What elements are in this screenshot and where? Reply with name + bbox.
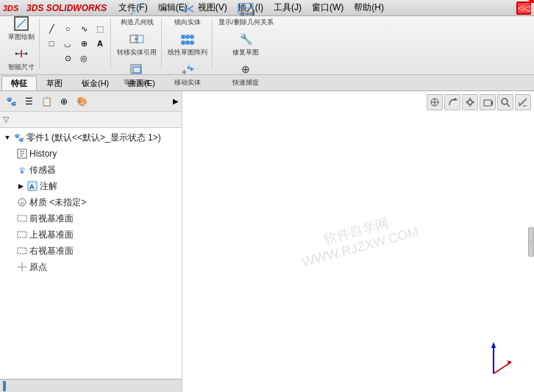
svg-point-17 — [181, 40, 185, 45]
panel-property-icon[interactable]: ☰ — [21, 93, 37, 110]
polygon-tool-button[interactable]: □ — [44, 37, 59, 50]
construction-line-button[interactable]: 构造几何线 — [119, 0, 155, 29]
spline-tool-button[interactable]: ∿ — [76, 22, 91, 35]
slot-tool-button[interactable]: ⊙ — [60, 51, 75, 65]
solidworks-logo-icon: 3DS — [3, 2, 24, 14]
canvas-area[interactable]: ⋮ — [182, 91, 534, 392]
toolbar-group-features: 构造几何线 转移实体引用 等距实体 — [113, 18, 162, 69]
pin-button[interactable]: ◁ — [516, 1, 531, 15]
axis-svg — [483, 341, 512, 377]
tree-history-icon — [16, 148, 28, 160]
quick-snap-icon: ⊕ — [237, 60, 254, 78]
convert-entities-button[interactable]: 转移实体引用 — [115, 29, 158, 59]
arc-tool-button[interactable]: ◡ — [60, 37, 75, 50]
svg-point-15 — [185, 35, 190, 39]
offset-icon-svg — [129, 61, 145, 77]
sketch-draw-button[interactable]: 草图绘制 — [7, 13, 36, 43]
quick-snap-button[interactable]: ⊕ 快速捕捉 — [231, 59, 260, 89]
svg-marker-4 — [15, 52, 18, 55]
panel-dimbag-icon[interactable]: ⊕ — [56, 93, 72, 110]
svg-point-49 — [502, 99, 508, 104]
circle-tool-button[interactable]: ○ — [60, 22, 75, 35]
tree-annotation-label: 注解 — [40, 180, 57, 193]
app-name: 3DS SOLIDWORKS — [26, 3, 107, 13]
linear-pattern-button[interactable]: 线性草图阵列 — [166, 29, 209, 59]
view-orientation-button[interactable] — [427, 94, 443, 110]
move-icon-svg: ✛ — [179, 61, 196, 77]
tree-front-plane-item[interactable]: 前视基准面 — [0, 210, 182, 227]
text-tool-button[interactable]: A — [93, 37, 107, 50]
panel-expand-button[interactable]: ▶ — [173, 97, 179, 105]
smart-dimension-button[interactable]: 智能尺寸 — [7, 43, 36, 74]
svg-rect-11 — [131, 65, 141, 74]
ellipse-tool-button[interactable]: ◎ — [76, 51, 91, 65]
tree-root-arrow[interactable]: ▼ — [3, 133, 12, 142]
tree-origin-item[interactable]: 原点 — [0, 259, 182, 275]
tree-history-item[interactable]: History — [0, 146, 182, 162]
move-entities-button[interactable]: ✛ 移动实体 — [173, 59, 202, 89]
menu-item-help[interactable]: 帮助(H) — [349, 1, 388, 15]
tree-top-plane-icon — [16, 229, 28, 240]
tree-history-label: History — [29, 149, 57, 159]
annotation-icon-svg: A — [27, 181, 38, 191]
tree-annotation-arrow[interactable]: ▶ — [16, 182, 25, 190]
tree-origin-icon — [16, 261, 28, 273]
camera-icon — [483, 97, 493, 107]
svg-rect-12 — [133, 67, 140, 73]
tab-strip: 特征 草图 钣金(H) 曲面(E) — [0, 75, 534, 91]
offset-entities-icon — [128, 60, 146, 78]
view-zoom-button[interactable] — [497, 94, 513, 110]
tree-sensor-item[interactable]: 传感器 — [0, 162, 182, 178]
mirror-entities-icon — [179, 0, 196, 18]
sketch-draw-icon — [13, 15, 30, 32]
toolbar-group-sketch: 草图绘制 智能尺寸 — [3, 18, 40, 69]
svg-rect-34 — [18, 232, 26, 238]
panel-feature-icon[interactable]: 🐾 — [3, 93, 19, 110]
smart-dimension-icon — [13, 45, 30, 63]
panel-divider[interactable]: ⋮ — [528, 227, 534, 257]
tab-sheet-metal[interactable]: 钣金(H) — [72, 76, 118, 90]
history-icon-svg — [17, 149, 27, 159]
tree-right-plane-icon — [16, 245, 28, 257]
tree-annotation-item[interactable]: ▶ A 注解 — [0, 178, 182, 194]
feature-tree: ▼ 🐾 零件1 (默认<<默认>_显示状态 1>) History — [0, 128, 182, 379]
pin-button-area: ◁ — [516, 1, 531, 15]
svg-line-51 — [519, 99, 527, 106]
tab-sketch[interactable]: 草图 — [37, 76, 72, 90]
point-tool-button[interactable]: ⊕ — [76, 37, 91, 50]
panel-appearance-icon[interactable]: 🎨 — [74, 93, 90, 110]
menu-item-window[interactable]: 窗口(W) — [307, 1, 348, 15]
show-relations-button[interactable]: 显示/删除 显示/删除几何关系 — [217, 0, 275, 29]
pattern-icon-svg — [179, 31, 196, 47]
construction-line-label: 构造几何线 — [121, 18, 154, 27]
svg-line-56 — [494, 363, 510, 374]
pin-arrow-icon — [527, 0, 534, 3]
view-rotate-button[interactable] — [444, 94, 460, 110]
view-measure-button[interactable] — [515, 94, 531, 110]
rectangle-tool-button[interactable]: ⬚ — [93, 22, 107, 35]
canvas-toolbar — [427, 94, 531, 110]
tree-root-item[interactable]: ▼ 🐾 零件1 (默认<<默认>_显示状态 1>) — [0, 129, 182, 146]
tree-right-plane-label: 右视基准面 — [29, 245, 74, 257]
watermark-line1: 软件自学网 — [296, 207, 416, 254]
tools-row-3: ⊙ ◎ — [60, 51, 91, 65]
tree-right-plane-item[interactable]: 右视基准面 — [0, 243, 182, 259]
tree-material-item[interactable]: 材质 <未指定> — [0, 194, 182, 210]
line-tool-button[interactable]: ╱ — [44, 22, 59, 35]
left-panel: 🐾 ☰ 📋 ⊕ 🎨 ▶ ▽ ▼ 🐾 零件1 (默认<<默认>_显示状态 1>) — [0, 91, 182, 392]
toolbar-group-display: 显示/删除 显示/删除几何关系 🔧 修复草图 ⊕ 快速捕捉 — [214, 18, 278, 69]
svg-marker-55 — [491, 342, 496, 348]
view-settings-button[interactable] — [462, 94, 478, 110]
app-logo: 3DS 3DS SOLIDWORKS — [3, 2, 107, 14]
tab-features[interactable]: 特征 — [1, 76, 37, 90]
repair-sketch-button[interactable]: 🔧 修复草图 — [231, 29, 260, 59]
repair-sketch-icon: 🔧 — [237, 30, 254, 48]
smart-dimension-label: 智能尺寸 — [8, 63, 35, 72]
repair-sketch-label: 修复草图 — [232, 48, 259, 57]
construction-line-icon — [128, 0, 146, 18]
panel-config-icon[interactable]: 📋 — [38, 93, 54, 110]
tab-surface[interactable]: 曲面(E) — [118, 76, 165, 90]
view-camera-button[interactable] — [480, 94, 496, 110]
mirror-entities-button[interactable]: 镜向实体 — [173, 0, 202, 29]
tree-top-plane-item[interactable]: 上视基准面 — [0, 227, 182, 243]
